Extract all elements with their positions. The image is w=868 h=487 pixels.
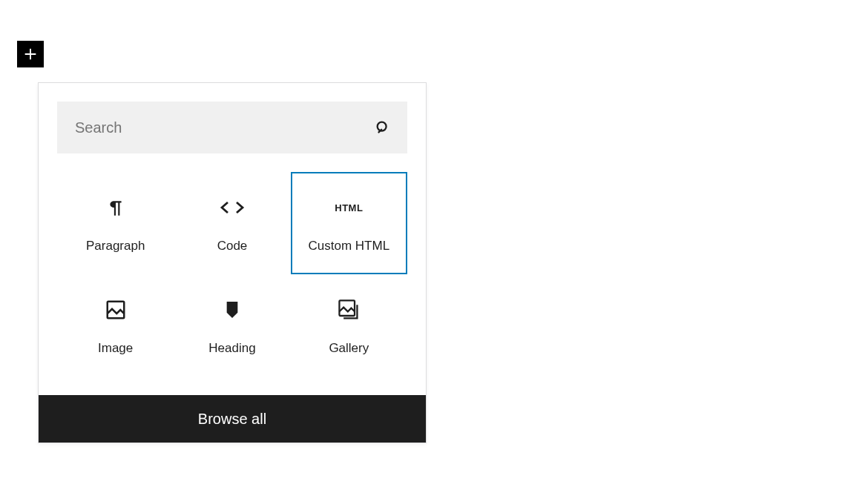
block-label: Custom HTML: [309, 239, 390, 254]
html-icon: HTML: [335, 193, 363, 222]
block-gallery[interactable]: Gallery: [291, 274, 407, 377]
browse-all-button[interactable]: Browse all: [39, 395, 426, 443]
image-icon: [105, 295, 127, 325]
browse-all-label: Browse all: [198, 411, 266, 428]
plus-icon: [22, 46, 39, 62]
search-container: [57, 102, 407, 153]
paragraph-icon: [106, 193, 125, 222]
code-icon: [219, 193, 246, 222]
search-input[interactable]: [57, 102, 407, 153]
block-heading[interactable]: Heading: [174, 274, 290, 377]
heading-icon: [224, 295, 240, 325]
block-inserter-panel: Paragraph Code HTML Custom HTML: [38, 82, 427, 443]
block-code[interactable]: Code: [174, 172, 290, 274]
gallery-icon: [337, 295, 361, 325]
block-label: Image: [98, 341, 133, 356]
block-inserter-toggle[interactable]: [17, 41, 44, 67]
block-label: Gallery: [329, 341, 369, 356]
block-label: Paragraph: [86, 239, 145, 254]
block-paragraph[interactable]: Paragraph: [57, 172, 174, 274]
block-image[interactable]: Image: [57, 274, 174, 377]
blocks-grid: Paragraph Code HTML Custom HTML: [39, 172, 426, 395]
block-label: Heading: [208, 341, 255, 356]
block-label: Code: [217, 239, 248, 254]
block-custom-html[interactable]: HTML Custom HTML: [291, 172, 407, 274]
